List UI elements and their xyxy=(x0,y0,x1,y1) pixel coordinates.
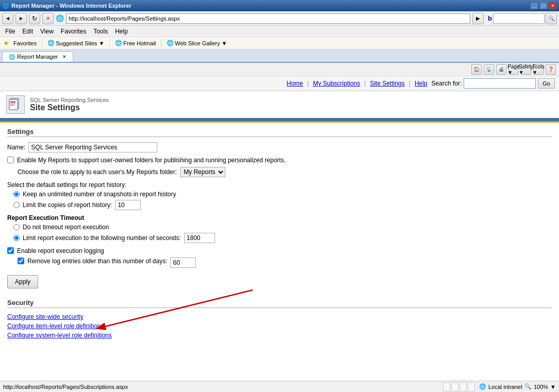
close-button[interactable]: × xyxy=(549,2,557,9)
menu-view[interactable]: View xyxy=(37,27,57,36)
main-content: Settings Name: Enable My Reports to supp… xyxy=(0,123,559,344)
no-timeout-label: Do not timeout report execution xyxy=(23,224,109,231)
bing-icon: b xyxy=(488,14,492,22)
tab-report-manager[interactable]: 🌐 Report Manager ✕ xyxy=(2,52,73,62)
status-blank-2 xyxy=(451,382,458,391)
limit-copies-label: Limit the copies of report history: xyxy=(23,201,112,209)
default-history-label: Select the default settings for report h… xyxy=(7,181,552,189)
address-go-button[interactable]: ▶ xyxy=(472,13,484,24)
enable-my-reports-checkbox[interactable] xyxy=(7,157,14,163)
home-button[interactable]: 🏠 xyxy=(471,64,482,75)
search-label: Search for: xyxy=(432,80,462,87)
maximize-button[interactable]: □ xyxy=(539,2,548,9)
nav-site-settings[interactable]: Site Settings xyxy=(370,80,404,87)
security-section-title: Security xyxy=(7,299,552,308)
unlimited-snapshots-row: Keep an unlimited number of snapshots in… xyxy=(13,191,552,198)
toolbar-row: 🏠 📡 🖨 Page ▼ Safety ▼ Tools ▼ ❓ xyxy=(0,63,559,76)
status-blank-4 xyxy=(468,382,475,391)
favorites-label[interactable]: Favorites xyxy=(11,40,39,47)
limit-seconds-radio[interactable] xyxy=(13,235,20,241)
favorites-star-icon: ★ xyxy=(3,39,9,47)
menu-edit[interactable]: Edit xyxy=(19,27,36,36)
annotation-arrow xyxy=(0,123,559,344)
refresh-button[interactable]: ↻ xyxy=(29,13,40,24)
favorites-bar: ★ Favorites 🌐 Suggested Sites ▼ 🌐 Free H… xyxy=(0,37,559,49)
forward-button[interactable]: ► xyxy=(15,13,27,24)
gold-bar xyxy=(0,121,559,123)
configure-system-level-link[interactable]: Configure system-level role definitions xyxy=(7,332,552,339)
tab-icon: 🌐 xyxy=(9,54,15,60)
svg-line-8 xyxy=(101,290,253,328)
remove-log-input[interactable] xyxy=(170,258,196,268)
suggested-sites[interactable]: 🌐 Suggested Sites ▼ xyxy=(45,39,106,47)
status-bar: http://localhost/Reports/Pages/Subscript… xyxy=(0,381,559,392)
minimize-button[interactable]: _ xyxy=(530,2,538,9)
free-hotmail[interactable]: 🌐 Free Hotmail xyxy=(113,39,158,47)
nav-my-subscriptions[interactable]: My Subscriptions xyxy=(313,80,360,87)
safety-button[interactable]: Safety ▼ xyxy=(521,64,531,75)
remove-log-checkbox[interactable] xyxy=(18,258,24,264)
configure-sitewide-link[interactable]: Configure site-wide security xyxy=(7,313,552,320)
name-input[interactable] xyxy=(28,142,157,152)
limit-seconds-label: Limit report execution to the following … xyxy=(23,234,181,242)
apply-row: Apply xyxy=(7,271,552,293)
limit-copies-input[interactable] xyxy=(115,200,141,210)
site-settings-icon xyxy=(6,95,25,114)
rss-button[interactable]: 📡 xyxy=(484,64,494,75)
help-button[interactable]: ❓ xyxy=(546,64,556,75)
zone-label: Local intranet xyxy=(488,384,522,390)
execution-timeout-title: Report Execution Timeout xyxy=(7,214,552,221)
role-select[interactable]: My Reports xyxy=(180,167,225,177)
status-blank-3 xyxy=(459,382,467,391)
window-title: Report Manager - Windows Internet Explor… xyxy=(11,3,131,9)
menu-favorites[interactable]: Favorites xyxy=(58,27,89,36)
status-url: http://localhost/Reports/Pages/Subscript… xyxy=(3,384,439,390)
enable-logging-label: Enable report execution logging xyxy=(17,247,104,254)
remove-log-label: Remove log entries older than this numbe… xyxy=(27,258,167,265)
limit-seconds-input[interactable] xyxy=(184,233,215,243)
search-input[interactable] xyxy=(464,78,536,89)
enable-my-reports-label: Enable My Reports to support user-owned … xyxy=(17,157,286,164)
browser-icon: 🌐 xyxy=(2,3,9,9)
web-slice-gallery[interactable]: 🌐 Web Slice Gallery ▼ xyxy=(165,39,229,47)
remove-log-row: Remove log entries older than this numbe… xyxy=(18,258,552,268)
menu-tools[interactable]: Tools xyxy=(90,27,111,36)
hotmail-icon: 🌐 xyxy=(115,40,122,46)
bing-search-input[interactable] xyxy=(493,13,545,24)
menu-file[interactable]: File xyxy=(2,27,18,36)
svg-rect-6 xyxy=(10,104,15,105)
name-row: Name: xyxy=(7,142,552,152)
configure-item-level-link[interactable]: Configure item-level role definitions xyxy=(7,322,552,330)
svg-rect-5 xyxy=(10,101,15,103)
status-segments xyxy=(443,382,475,391)
menu-bar: File Edit View Favorites Tools Help xyxy=(0,26,559,37)
nav-help[interactable]: Help xyxy=(415,80,428,87)
suggested-sites-icon: 🌐 xyxy=(47,40,55,46)
back-button[interactable]: ◄ xyxy=(2,13,13,24)
page-button[interactable]: Page ▼ xyxy=(508,64,519,75)
stop-button[interactable]: ✕ xyxy=(42,13,54,24)
go-button[interactable]: Go xyxy=(538,78,555,89)
tools-button[interactable]: Tools ▼ xyxy=(533,64,544,75)
address-bar: ◄ ► ↻ ✕ 🌐 ▶ b 🔍 xyxy=(0,11,559,26)
url-icon: 🌐 xyxy=(56,14,64,22)
address-input[interactable] xyxy=(66,13,470,24)
print-button[interactable]: 🖨 xyxy=(496,64,506,75)
enable-logging-checkbox[interactable] xyxy=(7,247,14,254)
report-nav: Home | My Subscriptions | Site Settings … xyxy=(0,76,559,91)
apply-button[interactable]: Apply xyxy=(7,275,38,288)
nav-home[interactable]: Home xyxy=(287,80,303,87)
zoom-arrow[interactable]: ▼ xyxy=(550,384,556,390)
unlimited-snapshots-radio[interactable] xyxy=(13,191,20,197)
svg-rect-4 xyxy=(9,99,18,110)
no-timeout-radio[interactable] xyxy=(13,224,20,230)
limit-seconds-row: Limit report execution to the following … xyxy=(13,233,552,243)
bing-search-button[interactable]: 🔍 xyxy=(546,13,557,24)
window-controls[interactable]: _ □ × xyxy=(530,2,557,9)
limit-copies-radio[interactable] xyxy=(13,202,20,208)
menu-help[interactable]: Help xyxy=(112,27,131,36)
tab-close-icon[interactable]: ✕ xyxy=(62,54,67,59)
no-timeout-row: Do not timeout report execution xyxy=(13,224,552,231)
site-header: SQL Server Reporting Services Site Setti… xyxy=(0,91,559,120)
zoom-icon: 🔍 xyxy=(524,383,532,390)
